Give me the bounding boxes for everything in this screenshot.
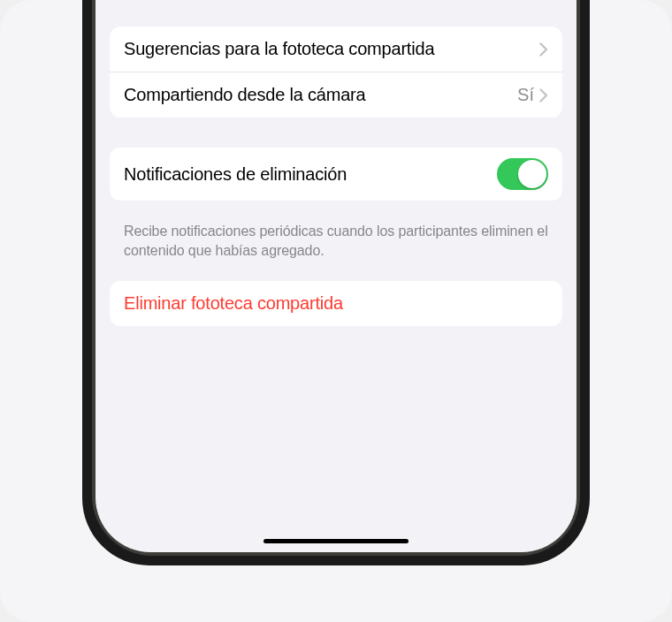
- group-footer-text: Recibe notificaciones periódicas cuando …: [110, 215, 562, 281]
- home-indicator[interactable]: [263, 539, 409, 544]
- settings-group-delete: Eliminar fototeca compartida: [110, 281, 562, 326]
- toggle-knob: [518, 160, 546, 188]
- row-label: Notificaciones de eliminación: [124, 164, 497, 185]
- phone-screen: Sugerencias para la fototeca compartida …: [95, 0, 577, 552]
- destructive-label: Eliminar fototeca compartida: [124, 293, 343, 314]
- chevron-right-icon: [539, 42, 548, 57]
- spacer: [110, 132, 562, 148]
- page-container: Sugerencias para la fototeca compartida …: [0, 0, 672, 622]
- phone-bezel: Sugerencias para la fototeca compartida …: [92, 0, 580, 556]
- row-sharing-from-camera[interactable]: Compartiendo desde la cámara Sí: [110, 72, 562, 118]
- row-label: Compartiendo desde la cámara: [124, 85, 517, 105]
- row-value: Sí: [517, 85, 534, 105]
- row-deletion-notifications: Notificaciones de eliminación: [110, 148, 562, 201]
- settings-group-sharing: Sugerencias para la fototeca compartida …: [110, 27, 562, 118]
- settings-content: Sugerencias para la fototeca compartida …: [95, 27, 577, 326]
- row-delete-shared-library[interactable]: Eliminar fototeca compartida: [110, 281, 562, 326]
- settings-group-notifications: Notificaciones de eliminación: [110, 148, 562, 201]
- row-label: Sugerencias para la fototeca compartida: [124, 39, 539, 59]
- row-shared-library-suggestions[interactable]: Sugerencias para la fototeca compartida: [110, 27, 562, 72]
- chevron-right-icon: [539, 88, 548, 102]
- deletion-notifications-toggle[interactable]: [497, 158, 548, 190]
- phone-frame: Sugerencias para la fototeca compartida …: [82, 0, 590, 565]
